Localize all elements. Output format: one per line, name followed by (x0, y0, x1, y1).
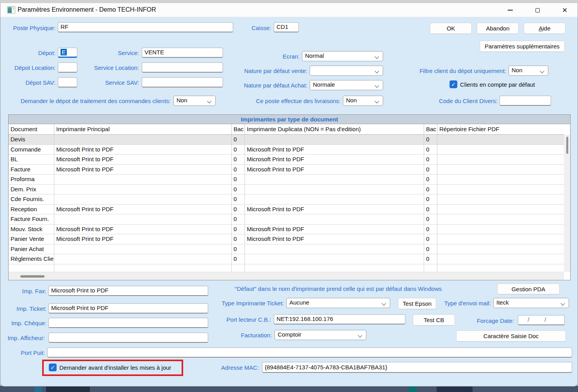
check-icon: ✓ (451, 81, 456, 87)
col-header-imprimante-duplicata: Imprimante Duplicata (NON = Pas d'editio… (245, 124, 424, 134)
maximize-button[interactable] (528, 3, 546, 17)
cell-bac1: 0 (232, 175, 245, 184)
vertical-scroll-thumb[interactable] (566, 137, 568, 154)
port-puit-input[interactable] (47, 347, 572, 358)
forcage-date-input[interactable]: / / (518, 315, 565, 325)
col-header-imprimante-principal: Imprimante Principal (54, 124, 232, 134)
table-row[interactable]: Dem. Prix 0 0 (9, 185, 564, 195)
table-row[interactable]: Proforma 0 0 (9, 175, 564, 185)
demander-depot-select[interactable]: Non (173, 96, 216, 106)
cell-document: Cde Fournis. (9, 194, 54, 204)
cell-bac2: 0 (424, 244, 437, 254)
cell-imprimante-duplicata: Microsoft Print to PDF (245, 205, 424, 214)
depot-input[interactable]: E (58, 48, 77, 58)
imp-ticket-input[interactable]: Microsoft Print to PDF (48, 303, 208, 314)
table-row[interactable]: Facture Microsoft Print to PDF 0 Microso… (9, 165, 564, 175)
cell-bac1: 0 (232, 135, 245, 144)
cell-bac1: 0 (232, 165, 245, 175)
imp-cheque-input[interactable] (48, 318, 208, 328)
cell-bac2: 0 (424, 135, 437, 144)
depot-location-input[interactable] (58, 62, 77, 73)
cell-imprimante-duplicata (245, 194, 424, 204)
nature-vente-label: Nature par défaut vente: (244, 68, 307, 74)
table-row[interactable]: Règlements Clie 0 0 (9, 254, 564, 264)
poste-physique-input[interactable]: RF (58, 22, 233, 32)
abandon-button[interactable]: Abandon (477, 23, 519, 34)
table-row[interactable]: Reception Microsoft Print to PDF 0 Micro… (9, 205, 564, 215)
cell-imprimante-duplicata: Microsoft Print to PDF (245, 155, 424, 164)
cell-document: Mouv. Stock (9, 225, 54, 234)
table-row[interactable]: Panier Vente Microsoft Print to PDF 0 Mi… (9, 234, 564, 244)
service-location-input[interactable] (142, 62, 223, 73)
selected-text: E (61, 49, 67, 55)
close-button[interactable]: ✕ (556, 3, 574, 17)
type-imp-ticket-label: Type Imprimante Ticket: (222, 300, 284, 306)
imp-ticket-label: Imp. Ticket: (16, 305, 46, 312)
cell-document: Règlements Clie (9, 254, 54, 264)
cell-bac1: 0 (232, 155, 245, 164)
table-horizontal-scrollbar[interactable] (9, 272, 564, 280)
horizontal-scroll-thumb[interactable] (20, 275, 45, 278)
table-row[interactable]: Commande Microsoft Print to PDF 0 Micros… (9, 145, 564, 155)
col-header-repertoire-pdf: Répertoire Fichier PDF (437, 124, 564, 134)
service-sav-input[interactable] (142, 77, 223, 87)
cell-imprimante-principal: Microsoft Print to PDF (54, 225, 232, 234)
cell-repertoire-pdf (437, 135, 564, 144)
cell-imprimante-principal (54, 254, 232, 264)
ok-button[interactable]: OK (430, 23, 472, 34)
ecran-select[interactable]: Normal (302, 51, 383, 61)
adresse-mac-input[interactable]: {894884E4-7137-4075-A783-CBA1BAF7BA31} (262, 362, 572, 373)
nature-vente-select[interactable] (310, 66, 383, 76)
table-row[interactable]: Facture Fourn. 0 0 (9, 214, 564, 225)
cell-document: Panier Vente (9, 234, 54, 244)
table-row[interactable]: Panier Achat 0 0 (9, 244, 564, 255)
type-envoi-mail-label: Type d'envoi mail: (444, 300, 491, 306)
clients-compte-checkbox[interactable]: ✓ (450, 80, 457, 88)
cell-imprimante-principal: Microsoft Print to PDF (54, 205, 232, 214)
cell-imprimante-principal: Microsoft Print to PDF (54, 145, 232, 155)
test-epson-button[interactable]: Test Epson (398, 298, 436, 309)
cell-imprimante-duplicata (245, 264, 424, 272)
cell-imprimante-principal: Microsoft Print to PDF (54, 155, 232, 164)
aide-button[interactable]: Aide (524, 23, 566, 34)
cell-repertoire-pdf (437, 155, 564, 164)
code-client-input[interactable] (500, 96, 551, 106)
minimize-button[interactable] (501, 3, 519, 17)
gestion-pda-button[interactable]: Gestion PDA (497, 283, 560, 294)
cell-imprimante-principal (54, 185, 232, 194)
cell-repertoire-pdf (437, 264, 564, 272)
cell-document: Dem. Prix (9, 185, 54, 194)
port-puit-label: Port Puit: (21, 349, 45, 356)
depot-sav-input[interactable] (58, 77, 77, 87)
table-row[interactable] (9, 264, 564, 272)
depot-location-label: Dépot Location: (14, 64, 55, 71)
table-row[interactable]: Mouv. Stock Microsoft Print to PDF 0 Mic… (9, 225, 564, 235)
facturation-select[interactable]: Comptoir (275, 330, 366, 340)
cell-bac2: 0 (424, 234, 437, 244)
test-cb-button[interactable]: Test CB (413, 314, 455, 326)
parametres-supplementaires-button[interactable]: Paramètres supplémentaires (480, 41, 565, 52)
port-lecteur-input[interactable]: NET:192.168.100.176 (274, 314, 405, 324)
caisse-input[interactable]: CD1 (274, 22, 299, 32)
nature-achat-label: Nature par défaut Achat: (244, 82, 307, 89)
type-imp-ticket-select[interactable]: Aucune (286, 298, 390, 308)
livraisons-select[interactable]: Non (343, 96, 383, 106)
table-row[interactable]: Cde Fournis. 0 0 (9, 194, 564, 205)
background-fragment (46, 387, 90, 392)
table-row[interactable]: Devis 0 0 (9, 135, 564, 145)
imp-fax-input[interactable]: Microsoft Print to PDF (48, 286, 208, 296)
nature-achat-select[interactable]: Normale (310, 80, 383, 90)
col-header-bac2: Bac (424, 124, 437, 134)
table-row[interactable]: BL Microsoft Print to PDF 0 Microsoft Pr… (9, 155, 564, 165)
cell-bac1: 0 (232, 205, 245, 214)
titlebar[interactable]: Paramètres Environnement - Demo TECH-INF… (0, 3, 578, 17)
service-input[interactable]: VENTE (142, 48, 223, 58)
cell-bac2: 0 (424, 225, 437, 234)
type-envoi-mail-select[interactable]: Iteck (493, 298, 569, 308)
caractere-saisie-doc-button[interactable]: Caractère Saisie Doc (456, 330, 566, 342)
imp-afficheur-input[interactable] (48, 333, 208, 343)
cell-imprimante-principal (54, 214, 232, 224)
cell-document: Commande (9, 145, 54, 155)
filtre-client-select[interactable]: Non (508, 66, 548, 76)
table-vertical-scrollbar[interactable] (564, 135, 570, 272)
